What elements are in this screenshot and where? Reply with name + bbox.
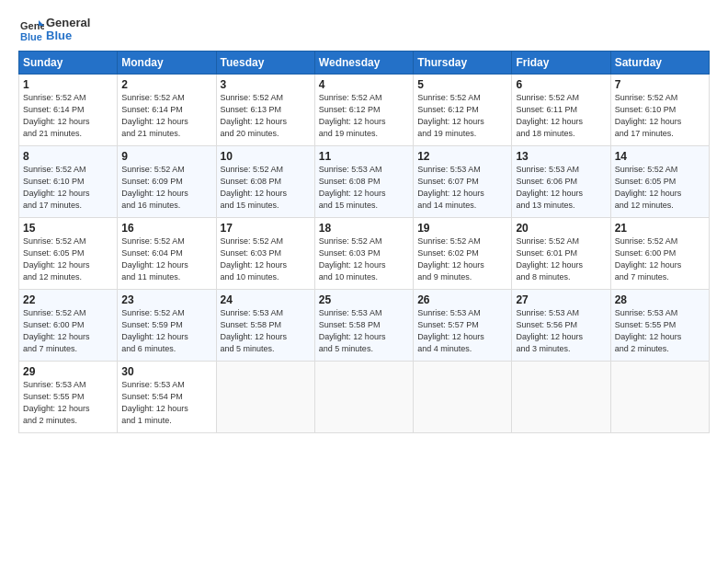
day-info: Sunrise: 5:52 AM Sunset: 6:00 PM Dayligh… — [615, 236, 705, 283]
day-number: 12 — [417, 150, 507, 163]
day-number: 19 — [417, 222, 507, 235]
day-cell: 12Sunrise: 5:53 AM Sunset: 6:07 PM Dayli… — [414, 145, 512, 217]
day-number: 6 — [516, 78, 606, 91]
day-info: Sunrise: 5:53 AM Sunset: 5:56 PM Dayligh… — [516, 307, 606, 355]
day-number: 16 — [121, 222, 211, 235]
day-cell — [414, 361, 512, 432]
day-number: 29 — [23, 365, 113, 378]
day-number: 15 — [23, 222, 113, 235]
day-info: Sunrise: 5:52 AM Sunset: 6:05 PM Dayligh… — [23, 236, 113, 283]
weekday-header-friday: Friday — [512, 51, 610, 74]
day-cell: 14Sunrise: 5:52 AM Sunset: 6:05 PM Dayli… — [610, 145, 709, 217]
day-info: Sunrise: 5:53 AM Sunset: 5:55 PM Dayligh… — [615, 307, 705, 355]
day-cell — [314, 361, 413, 432]
day-number: 4 — [319, 78, 409, 91]
day-number: 17 — [221, 222, 311, 235]
day-info: Sunrise: 5:52 AM Sunset: 6:01 PM Dayligh… — [516, 236, 606, 283]
day-cell: 11Sunrise: 5:53 AM Sunset: 6:08 PM Dayli… — [314, 145, 413, 217]
day-info: Sunrise: 5:52 AM Sunset: 6:00 PM Dayligh… — [23, 307, 113, 355]
day-cell: 7Sunrise: 5:52 AM Sunset: 6:10 PM Daylig… — [610, 74, 709, 145]
week-row-4: 22Sunrise: 5:52 AM Sunset: 6:00 PM Dayli… — [19, 289, 710, 361]
weekday-header-wednesday: Wednesday — [314, 51, 413, 74]
day-number: 28 — [615, 293, 705, 306]
day-number: 21 — [615, 222, 705, 235]
day-info: Sunrise: 5:52 AM Sunset: 6:04 PM Dayligh… — [121, 236, 211, 283]
day-number: 3 — [221, 78, 311, 91]
day-cell: 22Sunrise: 5:52 AM Sunset: 6:00 PM Dayli… — [19, 289, 118, 361]
day-cell: 24Sunrise: 5:53 AM Sunset: 5:58 PM Dayli… — [216, 289, 314, 361]
day-number: 13 — [516, 150, 606, 163]
day-cell — [216, 361, 314, 432]
day-number: 26 — [417, 293, 507, 306]
day-info: Sunrise: 5:52 AM Sunset: 6:10 PM Dayligh… — [23, 164, 113, 212]
day-info: Sunrise: 5:52 AM Sunset: 5:59 PM Dayligh… — [121, 307, 211, 355]
logo: General Blue General Blue — [18, 17, 90, 43]
day-cell — [610, 361, 709, 432]
day-info: Sunrise: 5:52 AM Sunset: 6:12 PM Dayligh… — [319, 92, 409, 140]
logo-general: General — [46, 17, 90, 29]
day-number: 20 — [516, 222, 606, 235]
day-number: 25 — [319, 293, 409, 306]
day-cell: 1Sunrise: 5:52 AM Sunset: 6:14 PM Daylig… — [19, 74, 118, 145]
day-cell: 10Sunrise: 5:52 AM Sunset: 6:08 PM Dayli… — [216, 145, 314, 217]
day-info: Sunrise: 5:52 AM Sunset: 6:13 PM Dayligh… — [221, 92, 311, 140]
day-info: Sunrise: 5:52 AM Sunset: 6:03 PM Dayligh… — [221, 236, 311, 283]
day-info: Sunrise: 5:53 AM Sunset: 5:58 PM Dayligh… — [319, 307, 409, 355]
day-cell: 27Sunrise: 5:53 AM Sunset: 5:56 PM Dayli… — [512, 289, 610, 361]
day-number: 30 — [121, 365, 211, 378]
day-number: 7 — [615, 78, 705, 91]
day-cell: 20Sunrise: 5:52 AM Sunset: 6:01 PM Dayli… — [512, 217, 610, 289]
calendar-body: 1Sunrise: 5:52 AM Sunset: 6:14 PM Daylig… — [19, 74, 710, 432]
day-info: Sunrise: 5:52 AM Sunset: 6:02 PM Dayligh… — [417, 236, 507, 283]
calendar-table: SundayMondayTuesdayWednesdayThursdayFrid… — [18, 51, 710, 433]
week-row-1: 1Sunrise: 5:52 AM Sunset: 6:14 PM Daylig… — [19, 74, 710, 145]
weekday-header-row: SundayMondayTuesdayWednesdayThursdayFrid… — [19, 51, 710, 74]
day-cell: 18Sunrise: 5:52 AM Sunset: 6:03 PM Dayli… — [314, 217, 413, 289]
weekday-header-monday: Monday — [118, 51, 216, 74]
day-info: Sunrise: 5:52 AM Sunset: 6:10 PM Dayligh… — [615, 92, 705, 140]
day-info: Sunrise: 5:53 AM Sunset: 6:06 PM Dayligh… — [516, 164, 606, 212]
day-cell: 3Sunrise: 5:52 AM Sunset: 6:13 PM Daylig… — [216, 74, 314, 145]
day-number: 18 — [319, 222, 409, 235]
day-cell: 2Sunrise: 5:52 AM Sunset: 6:14 PM Daylig… — [118, 74, 216, 145]
day-cell: 28Sunrise: 5:53 AM Sunset: 5:55 PM Dayli… — [610, 289, 709, 361]
day-cell: 15Sunrise: 5:52 AM Sunset: 6:05 PM Dayli… — [19, 217, 118, 289]
day-number: 1 — [23, 78, 113, 91]
logo-blue: Blue — [46, 29, 90, 42]
weekday-header-tuesday: Tuesday — [216, 51, 314, 74]
day-cell: 26Sunrise: 5:53 AM Sunset: 5:57 PM Dayli… — [414, 289, 512, 361]
day-info: Sunrise: 5:53 AM Sunset: 5:58 PM Dayligh… — [221, 307, 311, 355]
week-row-2: 8Sunrise: 5:52 AM Sunset: 6:10 PM Daylig… — [19, 145, 710, 217]
day-info: Sunrise: 5:52 AM Sunset: 6:08 PM Dayligh… — [221, 164, 311, 212]
day-number: 27 — [516, 293, 606, 306]
day-cell: 19Sunrise: 5:52 AM Sunset: 6:02 PM Dayli… — [414, 217, 512, 289]
day-number: 10 — [221, 150, 311, 163]
day-cell: 16Sunrise: 5:52 AM Sunset: 6:04 PM Dayli… — [118, 217, 216, 289]
day-cell: 21Sunrise: 5:52 AM Sunset: 6:00 PM Dayli… — [610, 217, 709, 289]
day-cell: 17Sunrise: 5:52 AM Sunset: 6:03 PM Dayli… — [216, 217, 314, 289]
day-info: Sunrise: 5:53 AM Sunset: 6:08 PM Dayligh… — [319, 164, 409, 212]
day-cell: 4Sunrise: 5:52 AM Sunset: 6:12 PM Daylig… — [314, 74, 413, 145]
week-row-5: 29Sunrise: 5:53 AM Sunset: 5:55 PM Dayli… — [19, 361, 710, 432]
day-cell: 6Sunrise: 5:52 AM Sunset: 6:11 PM Daylig… — [512, 74, 610, 145]
day-number: 2 — [121, 78, 211, 91]
day-info: Sunrise: 5:53 AM Sunset: 6:07 PM Dayligh… — [417, 164, 507, 212]
day-number: 22 — [23, 293, 113, 306]
weekday-header-thursday: Thursday — [414, 51, 512, 74]
weekday-header-sunday: Sunday — [19, 51, 118, 74]
day-cell: 5Sunrise: 5:52 AM Sunset: 6:12 PM Daylig… — [414, 74, 512, 145]
day-cell: 8Sunrise: 5:52 AM Sunset: 6:10 PM Daylig… — [19, 145, 118, 217]
day-number: 9 — [121, 150, 211, 163]
day-info: Sunrise: 5:52 AM Sunset: 6:03 PM Dayligh… — [319, 236, 409, 283]
svg-text:Blue: Blue — [20, 31, 42, 42]
day-number: 11 — [319, 150, 409, 163]
day-cell: 9Sunrise: 5:52 AM Sunset: 6:09 PM Daylig… — [118, 145, 216, 217]
day-info: Sunrise: 5:53 AM Sunset: 5:54 PM Dayligh… — [121, 379, 211, 427]
day-number: 8 — [23, 150, 113, 163]
header: General Blue General Blue — [18, 17, 710, 43]
page: General Blue General Blue SundayMondayTu… — [0, 0, 728, 563]
day-cell: 29Sunrise: 5:53 AM Sunset: 5:55 PM Dayli… — [19, 361, 118, 432]
day-info: Sunrise: 5:52 AM Sunset: 6:05 PM Dayligh… — [615, 164, 705, 212]
day-cell: 25Sunrise: 5:53 AM Sunset: 5:58 PM Dayli… — [314, 289, 413, 361]
day-cell: 13Sunrise: 5:53 AM Sunset: 6:06 PM Dayli… — [512, 145, 610, 217]
